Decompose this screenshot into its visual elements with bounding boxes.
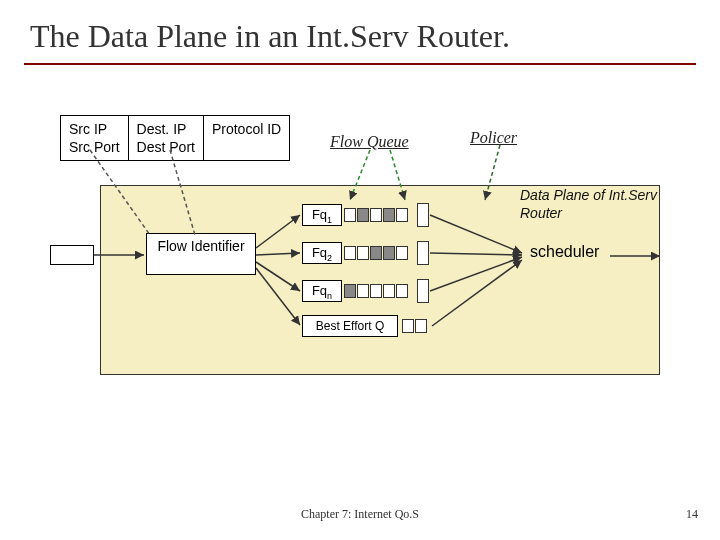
header-dest-cell: Dest. IP Dest Port [129, 116, 204, 160]
slide-title: The Data Plane in an Int.Serv Router. [0, 0, 720, 63]
fq2-label: Fq2 [302, 242, 342, 264]
policer-label: Policer [470, 129, 517, 147]
best-effort-label: Best Effort Q [302, 315, 398, 337]
scheduler-label: scheduler [530, 243, 599, 261]
packet-header-box: Src IP Src Port Dest. IP Dest Port Proto… [60, 115, 290, 161]
input-packet-box [50, 245, 94, 265]
fq2-slots [344, 246, 409, 260]
fq1-policer [417, 203, 429, 227]
header-src-cell: Src IP Src Port [61, 116, 129, 160]
header-protocol-cell: Protocol ID [204, 116, 289, 160]
fqn-label: Fqn [302, 280, 342, 302]
fq2-policer [417, 241, 429, 265]
best-effort-slots [402, 319, 428, 333]
footer-chapter: Chapter 7: Internet Qo.S [0, 507, 720, 522]
diagram-area: Src IP Src Port Dest. IP Dest Port Proto… [0, 85, 720, 465]
flow-queue-label: Flow Queue [330, 133, 409, 151]
fq1-label: Fq1 [302, 204, 342, 226]
best-effort-queue: Best Effort Q [302, 315, 428, 337]
dest-ip-label: Dest. IP [137, 121, 187, 137]
fqn-slots [344, 284, 409, 298]
dest-port-label: Dest Port [137, 139, 195, 155]
queue-fq2: Fq2 [302, 241, 429, 273]
protocol-id-label: Protocol ID [212, 121, 281, 137]
flow-identifier-box: Flow Identifier [146, 233, 256, 275]
fqn-policer [417, 279, 429, 303]
src-port-label: Src Port [69, 139, 120, 155]
fq1-slots [344, 208, 409, 222]
flow-identifier-text: Flow Identifier [157, 238, 244, 254]
queue-fqn: Fqn [302, 279, 429, 311]
src-ip-label: Src IP [69, 121, 107, 137]
title-underline [24, 63, 696, 65]
footer-page-number: 14 [686, 507, 698, 522]
data-plane-label: Data Plane of Int.Serv Router [520, 187, 670, 222]
queue-fq1: Fq1 [302, 203, 429, 235]
